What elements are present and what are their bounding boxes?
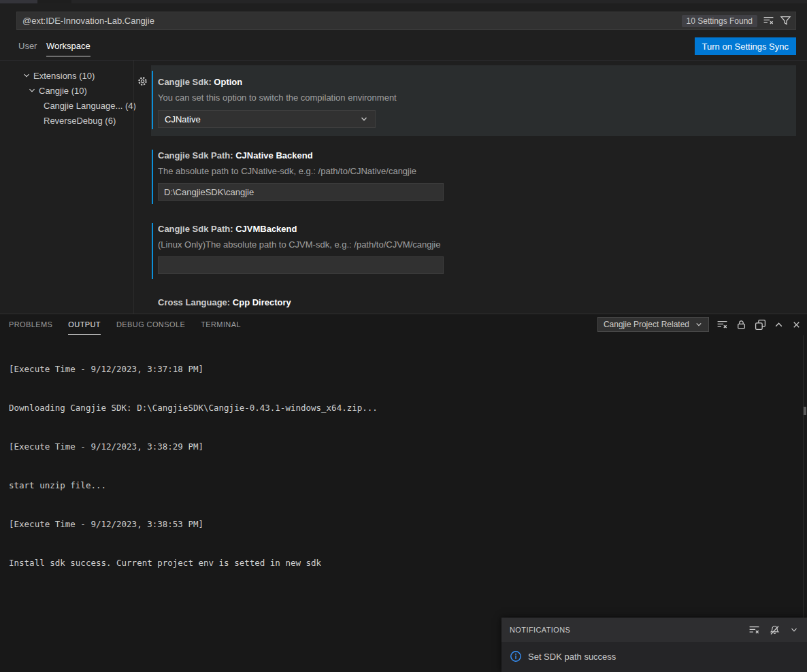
output-line: [Execute Time - 9/12/2023, 3:38:29 PM] bbox=[9, 440, 793, 453]
editor-tab-active-partial bbox=[37, 0, 71, 3]
settings-search-box[interactable]: 10 Settings Found bbox=[16, 12, 796, 30]
do-not-disturb-bell-icon[interactable] bbox=[769, 624, 780, 636]
open-output-in-editor-icon[interactable] bbox=[755, 319, 766, 331]
modified-indicator bbox=[152, 223, 153, 279]
tree-item-label: Cangjie Language... (4) bbox=[44, 101, 136, 111]
output-line: Downloading Cangjie SDK: D:\CangjieSDK\C… bbox=[9, 401, 793, 414]
setting-description: (Linux Only)The absolute path to CJVM-sd… bbox=[158, 239, 440, 250]
editor-tabstrip bbox=[0, 0, 807, 3]
vscode-window: 10 Settings Found User Workspace Turn on… bbox=[0, 0, 807, 672]
output-line: start unzip file... bbox=[9, 479, 793, 492]
tree-item-reversedebug[interactable]: ReverseDebug (6) bbox=[44, 113, 116, 128]
setting-description: You can set this option to switch the co… bbox=[158, 93, 397, 103]
info-icon bbox=[510, 650, 522, 662]
chevron-down-icon bbox=[359, 114, 369, 124]
turn-on-settings-sync-button[interactable]: Turn on Settings Sync bbox=[695, 37, 796, 55]
setting-name: CJNative Backend bbox=[235, 150, 312, 161]
notifications-header: NOTIFICATIONS bbox=[501, 618, 807, 642]
tab-problems[interactable]: PROBLEMS bbox=[9, 314, 52, 335]
settings-count-badge: 10 Settings Found bbox=[682, 15, 757, 27]
clear-search-filters-icon[interactable] bbox=[763, 15, 774, 27]
modified-indicator bbox=[152, 150, 153, 204]
chevron-down-icon bbox=[28, 86, 36, 95]
tab-output[interactable]: OUTPUT bbox=[68, 314, 101, 335]
tab-workspace-settings[interactable]: Workspace bbox=[46, 41, 90, 56]
gear-icon[interactable] bbox=[137, 76, 148, 86]
maximize-panel-icon[interactable] bbox=[774, 320, 784, 330]
lock-autoscroll-icon[interactable] bbox=[736, 319, 747, 331]
setting-title: Cangjie Sdk: Option bbox=[158, 77, 242, 87]
setting-category: Cross Language: bbox=[158, 297, 233, 307]
filter-funnel-icon[interactable] bbox=[780, 15, 791, 27]
panel-header: PROBLEMS OUTPUT DEBUG CONSOLE TERMINAL C… bbox=[0, 314, 807, 335]
chevron-down-icon bbox=[695, 320, 703, 329]
tree-item-label: Cangjie (10) bbox=[39, 86, 87, 96]
setting-name: CJVMBackend bbox=[235, 224, 297, 234]
sdk-path-cjvm-input[interactable] bbox=[158, 256, 444, 274]
settings-search-input[interactable] bbox=[17, 12, 682, 29]
clear-output-icon[interactable] bbox=[717, 319, 728, 331]
setting-category: Cangjie Sdk: bbox=[158, 77, 214, 87]
tab-debug-console[interactable]: DEBUG CONSOLE bbox=[116, 314, 185, 335]
clear-all-notifications-icon[interactable] bbox=[748, 624, 760, 636]
settings-list: Cangjie Sdk: Option You can set this opt… bbox=[133, 61, 807, 314]
setting-title: Cross Language: Cpp Directory bbox=[158, 297, 291, 307]
chevron-down-icon bbox=[22, 71, 31, 80]
panel-scrollbar-thumb[interactable] bbox=[804, 407, 806, 415]
setting-name: Cpp Directory bbox=[233, 297, 291, 307]
notifications-center: NOTIFICATIONS Set SDK path success bbox=[501, 618, 807, 672]
tree-item-cangjie[interactable]: Cangjie (10) bbox=[28, 83, 87, 98]
output-log[interactable]: [Execute Time - 9/12/2023, 3:37:18 PM] D… bbox=[9, 337, 793, 595]
output-line: [Execute Time - 9/12/2023, 3:38:53 PM] bbox=[9, 518, 793, 531]
select-value: CJNative bbox=[165, 114, 201, 124]
tab-user-settings[interactable]: User bbox=[18, 41, 37, 51]
tree-item-label: ReverseDebug (6) bbox=[44, 116, 116, 126]
output-line: Install sdk success. Current project env… bbox=[9, 556, 793, 569]
sdk-option-select[interactable]: CJNative bbox=[158, 110, 376, 128]
setting-row-sdk-path-cjvm[interactable]: Cangjie Sdk Path: CJVMBackend (Linux Onl… bbox=[151, 218, 796, 286]
tree-item-label: Extensions (10) bbox=[33, 71, 95, 81]
setting-title: Cangjie Sdk Path: CJVMBackend bbox=[158, 224, 297, 234]
output-channel-value: Cangjie Project Related bbox=[604, 320, 689, 329]
setting-title: Cangjie Sdk Path: CJNative Backend bbox=[158, 150, 313, 161]
tab-terminal[interactable]: TERMINAL bbox=[201, 314, 241, 335]
setting-category: Cangjie Sdk Path: bbox=[158, 150, 235, 161]
setting-description: The absolute path to CJNative-sdk, e.g.:… bbox=[158, 166, 416, 176]
tree-item-cangjie-language[interactable]: Cangjie Language... (4) bbox=[44, 98, 136, 113]
editor-tab-partial bbox=[0, 0, 37, 3]
sdk-path-cjnative-input[interactable] bbox=[158, 183, 444, 201]
setting-row-cross-language[interactable]: Cross Language: Cpp Directory bbox=[151, 291, 796, 314]
output-channel-select[interactable]: Cangjie Project Related bbox=[597, 317, 709, 332]
notifications-title: NOTIFICATIONS bbox=[510, 626, 748, 634]
notification-item[interactable]: Set SDK path success bbox=[501, 642, 807, 671]
modified-indicator bbox=[152, 71, 153, 129]
collapse-notifications-chevron-icon[interactable] bbox=[789, 625, 799, 635]
setting-row-sdk-option[interactable]: Cangjie Sdk: Option You can set this opt… bbox=[151, 65, 796, 136]
setting-name: Option bbox=[214, 77, 242, 87]
setting-row-sdk-path-cjnative[interactable]: Cangjie Sdk Path: CJNative Backend The a… bbox=[151, 144, 796, 211]
notification-message: Set SDK path success bbox=[528, 652, 616, 662]
tree-item-extensions[interactable]: Extensions (10) bbox=[22, 68, 95, 83]
close-panel-icon[interactable] bbox=[791, 320, 802, 330]
setting-category: Cangjie Sdk Path: bbox=[158, 224, 235, 234]
settings-tree: Extensions (10) Cangjie (10) Cangjie Lan… bbox=[0, 61, 133, 313]
output-line: [Execute Time - 9/12/2023, 3:37:18 PM] bbox=[9, 363, 793, 375]
